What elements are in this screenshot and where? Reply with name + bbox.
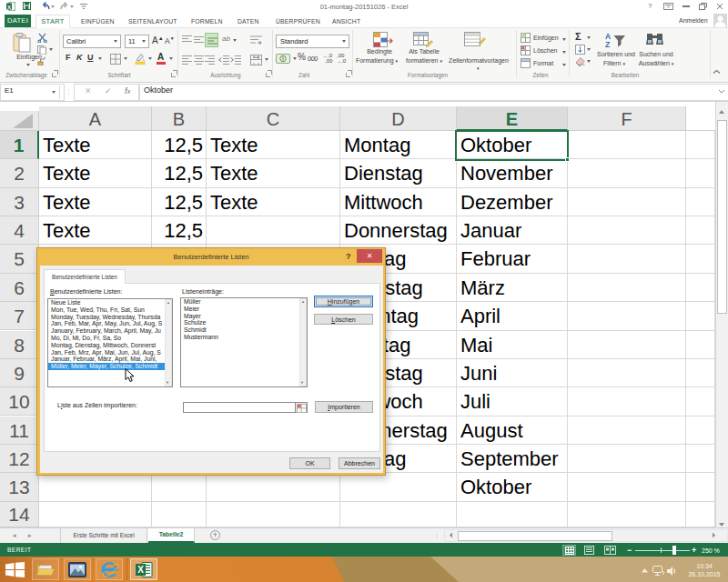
svg-text:X: X (137, 565, 144, 575)
svg-text:Z: Z (605, 40, 610, 49)
svg-text:X: X (7, 5, 11, 10)
svg-text:A: A (605, 32, 611, 41)
